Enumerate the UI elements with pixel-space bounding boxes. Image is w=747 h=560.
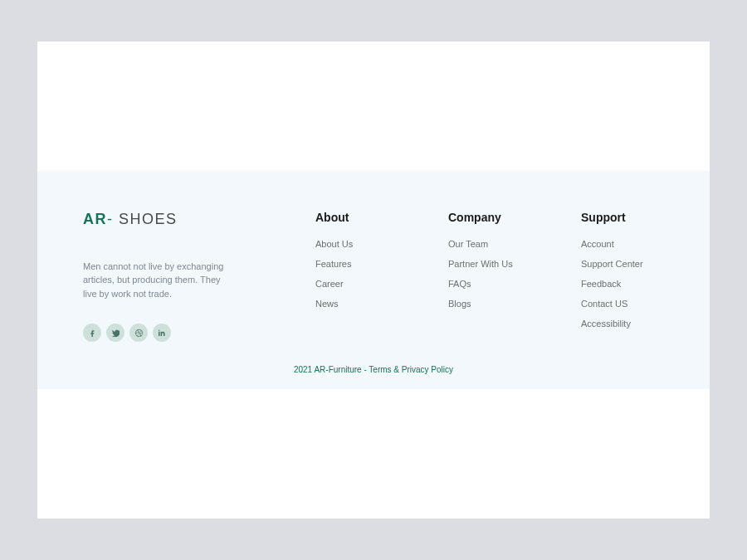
brand-description: Men cannot not live by exchanging articl… [83, 260, 232, 301]
twitter-icon[interactable] [106, 324, 124, 342]
linkedin-icon[interactable] [153, 324, 171, 342]
about-title: About [315, 211, 398, 224]
logo: AR- SHOES [83, 211, 232, 228]
logo-dash: - [107, 211, 119, 227]
features-link[interactable]: Features [315, 259, 398, 269]
brand-section: AR- SHOES Men cannot not live by exchang… [83, 211, 232, 343]
logo-shoes: SHOES [119, 211, 178, 227]
accessibility-link[interactable]: Accessibility [581, 319, 664, 329]
page-container: AR- SHOES Men cannot not live by exchang… [37, 41, 710, 519]
support-title: Support [581, 211, 664, 224]
company-title: Company [448, 211, 531, 224]
faqs-link[interactable]: FAQs [448, 279, 531, 289]
social-icons [83, 324, 232, 342]
blogs-link[interactable]: Blogs [448, 299, 531, 309]
links-section: About About Us Features Career News Comp… [315, 211, 664, 343]
page-bottom-spacer [37, 389, 710, 519]
footer-content: AR- SHOES Men cannot not live by exchang… [83, 211, 664, 343]
account-link[interactable]: Account [581, 239, 664, 249]
logo-ar: AR [83, 211, 107, 227]
news-link[interactable]: News [315, 299, 398, 309]
about-column: About About Us Features Career News [315, 211, 398, 343]
dribbble-icon[interactable] [129, 324, 148, 342]
about-us-link[interactable]: About Us [315, 239, 398, 249]
page-top-spacer [37, 41, 710, 171]
career-link[interactable]: Career [315, 279, 398, 289]
partner-link[interactable]: Partner With Us [448, 259, 531, 269]
copyright[interactable]: 2021 AR-Furniture - Terms & Privacy Poli… [83, 365, 664, 374]
company-column: Company Our Team Partner With Us FAQs Bl… [448, 211, 531, 343]
support-column: Support Account Support Center Feedback … [581, 211, 664, 343]
feedback-link[interactable]: Feedback [581, 279, 664, 289]
support-center-link[interactable]: Support Center [581, 259, 664, 269]
facebook-icon[interactable] [83, 324, 101, 342]
footer: AR- SHOES Men cannot not live by exchang… [37, 171, 710, 390]
our-team-link[interactable]: Our Team [448, 239, 531, 249]
contact-us-link[interactable]: Contact US [581, 299, 664, 309]
